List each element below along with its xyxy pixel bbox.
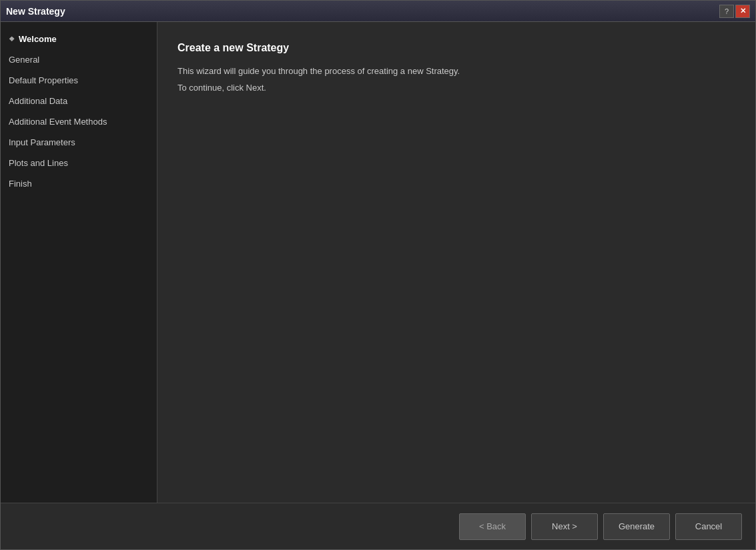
window-title: New Strategy — [6, 6, 65, 17]
sidebar-item-label-plots-and-lines: Plots and Lines — [9, 158, 68, 168]
generate-button[interactable]: Generate — [603, 513, 670, 540]
content-title: Create a new Strategy — [177, 42, 735, 54]
title-bar-buttons: ? ✕ — [719, 5, 750, 18]
sidebar-item-welcome[interactable]: ❖Welcome — [1, 29, 157, 49]
sidebar-item-label-additional-data: Additional Data — [9, 96, 67, 106]
sidebar-item-label-welcome: Welcome — [19, 34, 57, 44]
sidebar-item-label-default-properties: Default Properties — [9, 75, 78, 85]
sidebar-item-general[interactable]: General — [1, 49, 157, 70]
close-button[interactable]: ✕ — [735, 5, 750, 18]
sidebar-item-label-additional-event-methods: Additional Event Methods — [9, 117, 107, 127]
cancel-button[interactable]: Cancel — [675, 513, 742, 540]
sidebar-item-plots-and-lines[interactable]: Plots and Lines — [1, 153, 157, 173]
title-bar: New Strategy ? ✕ — [1, 1, 755, 22]
sidebar-item-label-finish: Finish — [9, 179, 32, 189]
help-button[interactable]: ? — [719, 5, 734, 18]
content-area: ❖WelcomeGeneralDefault PropertiesAdditio… — [1, 22, 755, 503]
sidebar-item-label-input-parameters: Input Parameters — [9, 137, 75, 147]
main-window: New Strategy ? ✕ ❖WelcomeGeneralDefault … — [0, 0, 756, 550]
content-description-line2: To continue, click Next. — [177, 81, 735, 95]
footer: < Back Next > Generate Cancel — [1, 503, 755, 549]
sidebar-item-bullet-welcome: ❖ — [9, 35, 15, 43]
main-content: Create a new Strategy This wizard will g… — [157, 22, 755, 503]
sidebar-item-label-general: General — [9, 55, 39, 65]
next-button[interactable]: Next > — [531, 513, 598, 540]
sidebar-item-input-parameters[interactable]: Input Parameters — [1, 132, 157, 153]
sidebar-item-finish[interactable]: Finish — [1, 173, 157, 194]
content-description-line1: This wizard will guide you through the p… — [177, 65, 735, 79]
sidebar: ❖WelcomeGeneralDefault PropertiesAdditio… — [1, 22, 157, 503]
sidebar-item-additional-event-methods[interactable]: Additional Event Methods — [1, 111, 157, 132]
sidebar-item-additional-data[interactable]: Additional Data — [1, 91, 157, 111]
back-button[interactable]: < Back — [459, 513, 526, 540]
sidebar-item-default-properties[interactable]: Default Properties — [1, 70, 157, 91]
